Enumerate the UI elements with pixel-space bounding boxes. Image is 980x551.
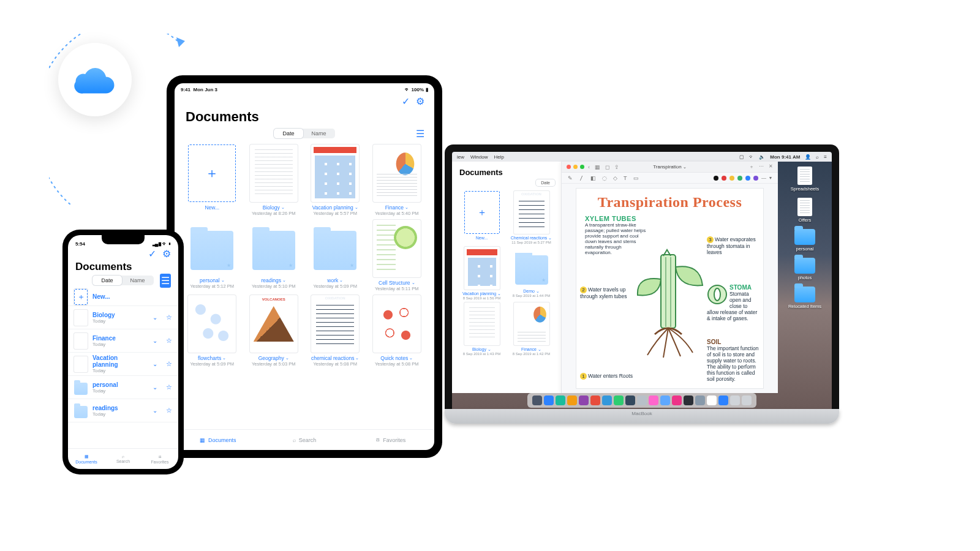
user-icon[interactable]: 👤 [805,154,811,160]
image-tool-icon[interactable]: ▭ [633,175,639,181]
list-item[interactable]: Vacation planningToday⌄☆ [68,353,178,376]
list-item[interactable]: FinanceToday⌄☆ [68,329,178,353]
document-cell[interactable]: Geography ⌄Yesterday at 5:03 PM [244,295,304,367]
document-cell[interactable]: work ⌄Yesterday at 5:09 PM [305,220,366,291]
add-icon[interactable]: ＋ [749,163,754,170]
list-item[interactable]: readingsToday⌄☆ [68,399,178,422]
chevron-down-icon[interactable]: ⌄ [149,314,161,321]
list-view-icon[interactable]: ☰ [416,128,424,140]
color-swatch[interactable] [745,176,750,181]
document-cell[interactable]: Finance ⌄Yesterday at 5:40 PM [367,144,428,216]
dock-app-icon[interactable] [672,395,682,405]
eraser-tool-icon[interactable]: ◧ [590,175,596,181]
document-cell[interactable]: personal ⌄Yesterday at 5:12 PM [182,220,243,291]
desktop-item[interactable]: photos [794,258,815,280]
chevron-down-icon[interactable]: ⌄ [149,384,161,391]
sort-segmented-control[interactable]: Date Name [92,276,153,285]
document-cell[interactable]: Biology ⌄8 Sep 2019 at 1:43 PM [458,302,505,356]
dock-app-icon[interactable] [590,395,600,405]
dock-app-icon[interactable] [532,395,542,405]
menu-item[interactable]: iew [457,154,464,160]
dock-app-icon[interactable] [602,395,612,405]
tab-documents[interactable]: ▦Documents [68,449,105,469]
sort-button[interactable]: Date [536,179,555,186]
document-cell[interactable]: ＋New... [458,191,505,244]
more-icon[interactable]: ⋯ [759,163,764,170]
color-swatch[interactable] [753,176,758,181]
list-item[interactable]: BiologyToday⌄☆ [68,306,178,329]
list-item[interactable]: ＋New... [68,288,178,306]
document-cell[interactable]: Vacation planning ⌄Yesterday at 5:57 PM [305,144,366,216]
document-cell[interactable]: Chemical reactions ⌄11 Sep 2019 at 5:27 … [508,191,555,244]
window-traffic-lights[interactable] [567,165,584,169]
menu-item[interactable]: Window [470,154,488,160]
document-cell[interactable]: ＋New... [182,144,243,216]
sort-date[interactable]: Date [92,276,121,285]
tab-search[interactable]: ⌕Search [105,449,141,469]
dock-app-icon[interactable] [637,395,647,405]
share-icon[interactable]: ⇪ [614,164,619,170]
document-cell[interactable]: Biology ⌄Yesterday at 8:26 PM [244,144,304,216]
color-swatch[interactable] [722,176,726,181]
close-icon[interactable]: ✕ [769,163,773,170]
dock-app-icon[interactable] [742,395,752,405]
tab-search[interactable]: ⌕Search [261,430,347,450]
volume-icon[interactable]: 🔈 [759,154,765,160]
color-swatch[interactable] [729,176,734,181]
sort-name[interactable]: Name [303,129,335,138]
dock-app-icon[interactable] [684,395,693,405]
color-swatch[interactable] [737,176,742,181]
sort-name[interactable]: Name [122,276,154,285]
desktop-item[interactable]: Offers [797,198,812,223]
color-swatch[interactable] [714,176,718,181]
tab-favorites[interactable]: ⟎Favorites [141,449,178,469]
dock-app-icon[interactable] [556,395,565,405]
marker-tool-icon[interactable]: 〳 [579,175,584,181]
list-view-icon[interactable]: ☰ [160,274,171,288]
back-icon[interactable]: ‹ [588,164,590,170]
bookmark-icon[interactable]: ◻ [605,164,609,170]
desktop-item[interactable]: Spreadsheets [791,167,819,192]
shape-tool-icon[interactable]: ◇ [613,175,617,181]
control-center-icon[interactable]: ≡ [824,154,827,160]
document-cell[interactable]: Quick notes ⌄Yesterday at 5:08 PM [367,295,428,367]
mac-dock[interactable] [527,393,756,408]
grid-icon[interactable]: ▦ [595,164,600,170]
editor-canvas[interactable]: Transpiration Process XYLEM TUBES A tran… [576,189,763,388]
tab-documents[interactable]: ▦Documents [175,430,261,450]
checkmark-circle-icon[interactable]: ✓ [402,96,410,107]
document-cell[interactable]: Vacation planning ⌄8 Sep 2019 at 1:56 PM [458,247,505,300]
airplay-icon[interactable]: ▢ [739,154,744,160]
dock-app-icon[interactable] [718,395,728,405]
chevron-down-icon[interactable]: ⌄ [149,407,161,414]
document-cell[interactable]: readings ⌄Yesterday at 5:10 PM [244,220,304,291]
dock-app-icon[interactable] [579,395,589,405]
dock-app-icon[interactable] [649,395,658,405]
document-cell[interactable]: chemical reactions ⌄Yesterday at 5:08 PM [305,295,366,367]
document-cell[interactable]: Cell Structure ⌄Yesterday at 5:11 PM [367,220,428,291]
chevron-down-icon[interactable]: ⌄ [149,361,161,367]
desktop-item[interactable]: personal [794,229,815,252]
document-cell[interactable]: Demo ⌄8 Sep 2019 at 1:44 PM [508,247,555,300]
dock-app-icon[interactable] [614,395,624,405]
favorite-star-icon[interactable]: ☆ [166,337,172,345]
favorite-star-icon[interactable]: ☆ [166,360,172,368]
chevron-down-icon[interactable]: ⌄ [683,165,687,169]
document-cell[interactable]: Finance ⌄8 Sep 2019 at 1:42 PM [508,302,555,356]
dock-app-icon[interactable] [695,395,705,405]
favorite-star-icon[interactable]: ☆ [166,383,172,391]
stroke-width-control[interactable]: ▾ [769,175,772,181]
pen-tool-icon[interactable]: ✎ [568,175,573,181]
desktop-item[interactable]: Relocated Items [788,287,821,309]
mac-menubar[interactable]: iew Window Help ▢ ᯤ 🔈 Mon 9:41 AM 👤 ⌕ ≡ [452,152,832,162]
sort-date[interactable]: Date [274,129,303,138]
favorite-star-icon[interactable]: ☆ [166,407,172,414]
lasso-tool-icon[interactable]: ◌ [602,175,607,181]
menubar-clock[interactable]: Mon 9:41 AM [770,154,800,160]
text-tool-icon[interactable]: T [624,175,627,181]
sort-segmented-control[interactable]: Date Name [274,129,334,138]
dock-app-icon[interactable] [625,395,635,405]
dock-app-icon[interactable] [544,395,554,405]
chevron-down-icon[interactable]: ⌄ [149,337,161,344]
dock-app-icon[interactable] [660,395,670,405]
